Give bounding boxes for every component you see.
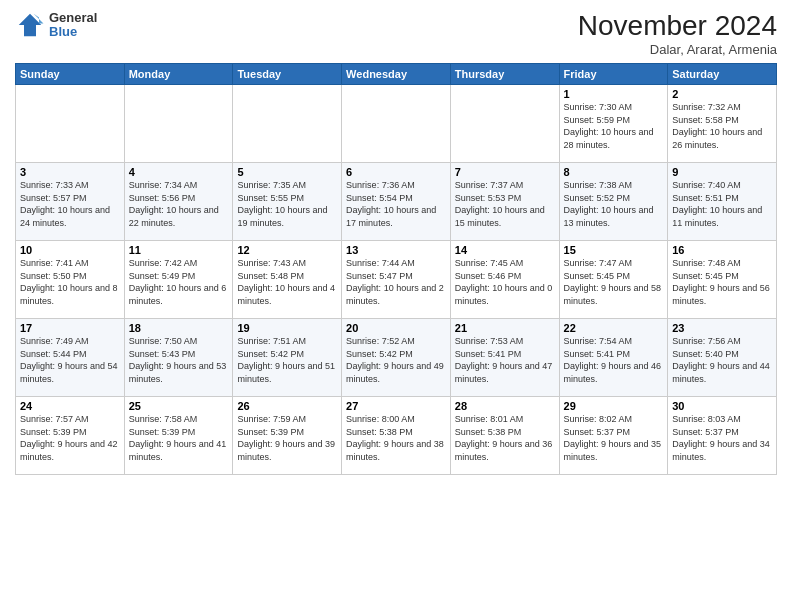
day-info: Sunrise: 7:51 AM Sunset: 5:42 PM Dayligh… — [237, 335, 337, 385]
week-row-2: 10Sunrise: 7:41 AM Sunset: 5:50 PM Dayli… — [16, 241, 777, 319]
day-number: 24 — [20, 400, 120, 412]
day-info: Sunrise: 7:44 AM Sunset: 5:47 PM Dayligh… — [346, 257, 446, 307]
day-info: Sunrise: 7:57 AM Sunset: 5:39 PM Dayligh… — [20, 413, 120, 463]
day-info: Sunrise: 7:59 AM Sunset: 5:39 PM Dayligh… — [237, 413, 337, 463]
calendar-cell — [124, 85, 233, 163]
day-info: Sunrise: 7:30 AM Sunset: 5:59 PM Dayligh… — [564, 101, 664, 151]
day-info: Sunrise: 8:01 AM Sunset: 5:38 PM Dayligh… — [455, 413, 555, 463]
day-number: 5 — [237, 166, 337, 178]
calendar-cell: 8Sunrise: 7:38 AM Sunset: 5:52 PM Daylig… — [559, 163, 668, 241]
day-number: 21 — [455, 322, 555, 334]
day-number: 16 — [672, 244, 772, 256]
day-number: 20 — [346, 322, 446, 334]
day-info: Sunrise: 7:35 AM Sunset: 5:55 PM Dayligh… — [237, 179, 337, 229]
day-number: 3 — [20, 166, 120, 178]
day-info: Sunrise: 7:47 AM Sunset: 5:45 PM Dayligh… — [564, 257, 664, 307]
day-number: 8 — [564, 166, 664, 178]
col-header-thursday: Thursday — [450, 64, 559, 85]
day-number: 10 — [20, 244, 120, 256]
day-info: Sunrise: 7:58 AM Sunset: 5:39 PM Dayligh… — [129, 413, 229, 463]
day-number: 15 — [564, 244, 664, 256]
day-number: 7 — [455, 166, 555, 178]
day-number: 25 — [129, 400, 229, 412]
day-info: Sunrise: 7:54 AM Sunset: 5:41 PM Dayligh… — [564, 335, 664, 385]
day-number: 11 — [129, 244, 229, 256]
calendar-cell: 29Sunrise: 8:02 AM Sunset: 5:37 PM Dayli… — [559, 397, 668, 475]
day-info: Sunrise: 7:36 AM Sunset: 5:54 PM Dayligh… — [346, 179, 446, 229]
week-row-1: 3Sunrise: 7:33 AM Sunset: 5:57 PM Daylig… — [16, 163, 777, 241]
day-number: 29 — [564, 400, 664, 412]
col-header-wednesday: Wednesday — [342, 64, 451, 85]
day-number: 30 — [672, 400, 772, 412]
calendar-cell: 5Sunrise: 7:35 AM Sunset: 5:55 PM Daylig… — [233, 163, 342, 241]
day-info: Sunrise: 7:41 AM Sunset: 5:50 PM Dayligh… — [20, 257, 120, 307]
calendar-cell: 23Sunrise: 7:56 AM Sunset: 5:40 PM Dayli… — [668, 319, 777, 397]
day-info: Sunrise: 7:33 AM Sunset: 5:57 PM Dayligh… — [20, 179, 120, 229]
calendar-cell: 9Sunrise: 7:40 AM Sunset: 5:51 PM Daylig… — [668, 163, 777, 241]
calendar-cell: 11Sunrise: 7:42 AM Sunset: 5:49 PM Dayli… — [124, 241, 233, 319]
title-section: November 2024 Dalar, Ararat, Armenia — [578, 10, 777, 57]
calendar-cell: 10Sunrise: 7:41 AM Sunset: 5:50 PM Dayli… — [16, 241, 125, 319]
day-info: Sunrise: 7:52 AM Sunset: 5:42 PM Dayligh… — [346, 335, 446, 385]
calendar-cell — [450, 85, 559, 163]
calendar-cell: 19Sunrise: 7:51 AM Sunset: 5:42 PM Dayli… — [233, 319, 342, 397]
day-info: Sunrise: 7:45 AM Sunset: 5:46 PM Dayligh… — [455, 257, 555, 307]
day-number: 22 — [564, 322, 664, 334]
col-header-monday: Monday — [124, 64, 233, 85]
calendar-cell: 3Sunrise: 7:33 AM Sunset: 5:57 PM Daylig… — [16, 163, 125, 241]
day-info: Sunrise: 7:42 AM Sunset: 5:49 PM Dayligh… — [129, 257, 229, 307]
day-number: 19 — [237, 322, 337, 334]
month-title: November 2024 — [578, 10, 777, 42]
col-header-saturday: Saturday — [668, 64, 777, 85]
calendar-cell: 25Sunrise: 7:58 AM Sunset: 5:39 PM Dayli… — [124, 397, 233, 475]
calendar-cell: 24Sunrise: 7:57 AM Sunset: 5:39 PM Dayli… — [16, 397, 125, 475]
day-number: 1 — [564, 88, 664, 100]
day-number: 9 — [672, 166, 772, 178]
calendar-cell: 27Sunrise: 8:00 AM Sunset: 5:38 PM Dayli… — [342, 397, 451, 475]
calendar-cell: 26Sunrise: 7:59 AM Sunset: 5:39 PM Dayli… — [233, 397, 342, 475]
calendar-cell: 4Sunrise: 7:34 AM Sunset: 5:56 PM Daylig… — [124, 163, 233, 241]
col-header-sunday: Sunday — [16, 64, 125, 85]
day-info: Sunrise: 7:40 AM Sunset: 5:51 PM Dayligh… — [672, 179, 772, 229]
logo-text: General Blue — [49, 11, 97, 40]
calendar-cell — [16, 85, 125, 163]
calendar-cell: 16Sunrise: 7:48 AM Sunset: 5:45 PM Dayli… — [668, 241, 777, 319]
week-row-3: 17Sunrise: 7:49 AM Sunset: 5:44 PM Dayli… — [16, 319, 777, 397]
day-info: Sunrise: 8:02 AM Sunset: 5:37 PM Dayligh… — [564, 413, 664, 463]
day-info: Sunrise: 8:03 AM Sunset: 5:37 PM Dayligh… — [672, 413, 772, 463]
calendar-cell: 13Sunrise: 7:44 AM Sunset: 5:47 PM Dayli… — [342, 241, 451, 319]
day-number: 12 — [237, 244, 337, 256]
calendar-cell: 18Sunrise: 7:50 AM Sunset: 5:43 PM Dayli… — [124, 319, 233, 397]
calendar-cell: 2Sunrise: 7:32 AM Sunset: 5:58 PM Daylig… — [668, 85, 777, 163]
day-number: 14 — [455, 244, 555, 256]
calendar-cell — [342, 85, 451, 163]
day-info: Sunrise: 7:50 AM Sunset: 5:43 PM Dayligh… — [129, 335, 229, 385]
day-number: 26 — [237, 400, 337, 412]
header: General Blue November 2024 Dalar, Ararat… — [15, 10, 777, 57]
day-info: Sunrise: 7:56 AM Sunset: 5:40 PM Dayligh… — [672, 335, 772, 385]
day-info: Sunrise: 7:34 AM Sunset: 5:56 PM Dayligh… — [129, 179, 229, 229]
calendar-cell: 28Sunrise: 8:01 AM Sunset: 5:38 PM Dayli… — [450, 397, 559, 475]
day-number: 28 — [455, 400, 555, 412]
day-info: Sunrise: 7:37 AM Sunset: 5:53 PM Dayligh… — [455, 179, 555, 229]
logo-icon — [15, 10, 45, 40]
day-number: 6 — [346, 166, 446, 178]
day-info: Sunrise: 7:49 AM Sunset: 5:44 PM Dayligh… — [20, 335, 120, 385]
calendar-table: SundayMondayTuesdayWednesdayThursdayFrid… — [15, 63, 777, 475]
main-container: General Blue November 2024 Dalar, Ararat… — [0, 0, 792, 485]
day-number: 27 — [346, 400, 446, 412]
logo-blue: Blue — [49, 25, 97, 39]
day-number: 18 — [129, 322, 229, 334]
logo-general: General — [49, 11, 97, 25]
calendar-cell: 22Sunrise: 7:54 AM Sunset: 5:41 PM Dayli… — [559, 319, 668, 397]
day-info: Sunrise: 7:38 AM Sunset: 5:52 PM Dayligh… — [564, 179, 664, 229]
logo: General Blue — [15, 10, 97, 40]
day-info: Sunrise: 7:53 AM Sunset: 5:41 PM Dayligh… — [455, 335, 555, 385]
week-row-4: 24Sunrise: 7:57 AM Sunset: 5:39 PM Dayli… — [16, 397, 777, 475]
calendar-header-row: SundayMondayTuesdayWednesdayThursdayFrid… — [16, 64, 777, 85]
calendar-cell: 21Sunrise: 7:53 AM Sunset: 5:41 PM Dayli… — [450, 319, 559, 397]
calendar-cell: 1Sunrise: 7:30 AM Sunset: 5:59 PM Daylig… — [559, 85, 668, 163]
calendar-cell — [233, 85, 342, 163]
week-row-0: 1Sunrise: 7:30 AM Sunset: 5:59 PM Daylig… — [16, 85, 777, 163]
calendar-cell: 30Sunrise: 8:03 AM Sunset: 5:37 PM Dayli… — [668, 397, 777, 475]
